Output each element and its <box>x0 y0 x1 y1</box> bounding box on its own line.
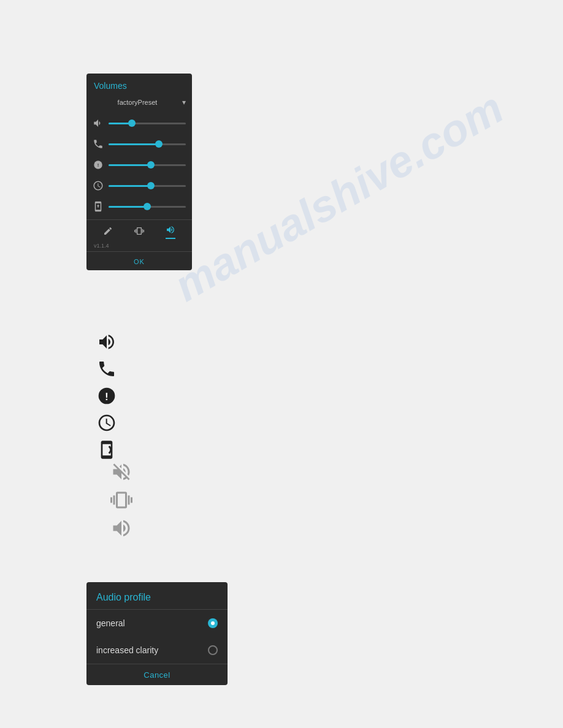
vibrate-bottom-icon[interactable] <box>134 226 144 238</box>
large-media-icon <box>96 331 118 353</box>
ok-button[interactable]: OK <box>134 258 145 265</box>
alarm-icon <box>93 180 104 191</box>
icons-section: ! <box>96 331 118 461</box>
svg-text:!: ! <box>98 162 99 168</box>
notification-icon: ! <box>93 159 104 170</box>
media-slider-track[interactable] <box>109 123 186 124</box>
general-option-row[interactable]: general <box>86 610 228 637</box>
ringtone-icon <box>93 138 104 150</box>
svg-text:!: ! <box>105 390 109 403</box>
volumes-title: Volumes <box>86 81 192 96</box>
dialog-cancel-row: Cancel <box>86 664 228 685</box>
version-label: v1.1.4 <box>86 241 192 251</box>
large-notification-icon: ! <box>96 385 118 407</box>
edit-icon[interactable] <box>103 226 113 238</box>
increased-clarity-option-row[interactable]: increased clarity <box>86 637 228 664</box>
ringtone-slider-row <box>86 134 192 154</box>
media-volume-icon <box>93 118 104 129</box>
system-icon <box>93 201 104 212</box>
general-option-label: general <box>96 618 125 628</box>
alarm-slider-row <box>86 175 192 196</box>
audio-profile-title: Audio profile <box>86 582 228 610</box>
vibrate-large-icon <box>109 488 134 512</box>
large-alarm-icon <box>96 412 118 434</box>
ringtone-slider-track[interactable] <box>109 143 186 145</box>
sound-bottom-icon[interactable] <box>166 225 175 239</box>
preset-label: factoryPreset <box>93 99 182 106</box>
general-radio-selected <box>208 618 218 628</box>
large-phone-icon <box>96 358 118 380</box>
dialog-cancel-button[interactable]: Cancel <box>144 670 170 680</box>
alarm-slider-track[interactable] <box>109 185 186 187</box>
speaker-large-icon <box>109 516 134 540</box>
increased-clarity-option-label: increased clarity <box>96 645 158 655</box>
preset-arrow-icon: ▾ <box>182 98 186 107</box>
media-slider-row <box>86 113 192 134</box>
system-slider-track[interactable] <box>109 206 186 208</box>
bottom-icons-row <box>86 219 192 241</box>
notification-slider-row: ! <box>86 154 192 175</box>
notification-slider-track[interactable] <box>109 164 186 166</box>
bottom-icons-section <box>109 460 134 540</box>
large-system-icon <box>96 439 118 461</box>
preset-row[interactable]: factoryPreset ▾ <box>86 96 192 109</box>
watermark-text: manualshive.com <box>166 82 511 311</box>
audio-profile-dialog: Audio profile general increased clarity … <box>86 582 228 685</box>
ok-button-row: OK <box>86 251 192 270</box>
mute-large-icon <box>109 460 134 484</box>
system-slider-row <box>86 196 192 217</box>
volumes-panel: Volumes factoryPreset ▾ <box>86 74 192 270</box>
increased-clarity-radio <box>208 645 218 655</box>
